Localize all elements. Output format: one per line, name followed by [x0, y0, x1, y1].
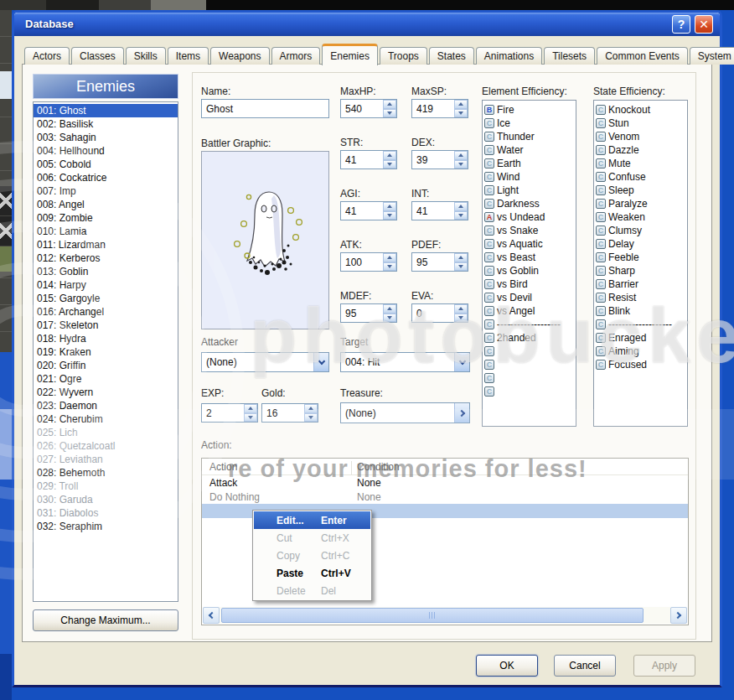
element-grade-badge[interactable]: C	[484, 226, 494, 236]
tab-armors[interactable]: Armors	[271, 47, 321, 65]
spin-up-button[interactable]	[383, 100, 396, 109]
apply-button[interactable]: Apply	[633, 655, 695, 677]
state-grade-badge[interactable]: C	[596, 118, 606, 128]
stat-spinner-int[interactable]: 41	[411, 201, 468, 220]
state-grade-badge[interactable]: C	[596, 266, 606, 276]
spin-up-button[interactable]	[454, 202, 468, 211]
spin-up-button[interactable]	[304, 404, 318, 413]
spin-up-button[interactable]	[383, 151, 396, 160]
enemy-list-item[interactable]: 002: Basilisk	[34, 117, 178, 131]
cancel-button[interactable]: Cancel	[554, 655, 616, 677]
context-menu-item-edit[interactable]: Edit...Enter	[254, 511, 370, 529]
attacker-select[interactable]: (None)	[201, 352, 329, 372]
enemy-list-item[interactable]: 028: Behemoth	[34, 466, 178, 480]
spin-up-button[interactable]	[383, 253, 396, 262]
element-grade-badge[interactable]: C	[484, 346, 494, 356]
state-row[interactable]: CResist	[596, 291, 687, 304]
battler-graphic-box[interactable]	[201, 151, 329, 329]
scroll-left-button[interactable]	[203, 607, 220, 624]
state-row[interactable]: CDelay	[596, 237, 687, 251]
element-row[interactable]: C	[484, 371, 576, 385]
element-row[interactable]: C	[484, 345, 576, 358]
enemy-list-item[interactable]: 025: Lich	[34, 426, 178, 439]
state-grade-badge[interactable]: C	[596, 226, 606, 236]
tab-common-events[interactable]: Common Events	[597, 47, 688, 65]
scroll-right-button[interactable]	[670, 607, 687, 624]
element-grade-badge[interactable]: C	[484, 333, 494, 343]
enemy-list-item[interactable]: 004: Hellhound	[34, 144, 178, 158]
element-row[interactable]: CLight	[484, 184, 576, 197]
context-menu-item-paste[interactable]: PasteCtrl+V	[254, 564, 370, 582]
spin-down-button[interactable]	[454, 211, 468, 220]
state-grade-badge[interactable]: C	[596, 185, 606, 195]
action-row[interactable]: AttackNone	[202, 475, 688, 490]
enemy-list-item[interactable]: 031: Diabolos	[34, 506, 178, 520]
state-grade-badge[interactable]: C	[596, 293, 606, 303]
treasure-select[interactable]: (None)	[340, 402, 470, 423]
spin-up-button[interactable]	[244, 404, 257, 413]
state-row[interactable]: C-------------------	[596, 318, 687, 331]
element-row[interactable]: CWater	[484, 143, 576, 157]
element-grade-badge[interactable]: A	[484, 212, 494, 222]
enemy-list-item[interactable]: 030: Garuda	[34, 493, 178, 506]
state-row[interactable]: CSharp	[596, 264, 687, 277]
state-row[interactable]: CBlink	[596, 304, 687, 318]
element-row[interactable]: C	[484, 385, 576, 398]
tab-weapons[interactable]: Weapons	[210, 47, 269, 65]
enemy-list-item[interactable]: 024: Cherubim	[34, 412, 178, 426]
spin-down-button[interactable]	[383, 109, 396, 118]
tab-enemies[interactable]: Enemies	[322, 44, 378, 65]
element-grade-badge[interactable]: C	[484, 306, 494, 316]
enemy-list-item[interactable]: 027: Leviathan	[34, 453, 178, 466]
state-grade-badge[interactable]: C	[596, 279, 606, 289]
enemy-list-item[interactable]: 014: Harpy	[34, 278, 178, 292]
enemy-list-item[interactable]: 020: Griffin	[34, 359, 178, 372]
spin-down-button[interactable]	[383, 211, 396, 220]
state-row[interactable]: CFeeble	[596, 251, 687, 264]
element-row[interactable]: Cvs Aquatic	[484, 237, 576, 251]
element-row[interactable]: Cvs Beast	[484, 251, 576, 264]
gold-spinner[interactable]: 16	[261, 403, 318, 423]
horizontal-scrollbar[interactable]	[203, 607, 687, 624]
enemy-list-item[interactable]: 026: Quetzalcoatl	[34, 439, 178, 453]
ok-button[interactable]: OK	[476, 655, 538, 677]
state-grade-badge[interactable]: C	[596, 212, 606, 222]
name-input[interactable]: Ghost	[201, 99, 329, 118]
stat-spinner-maxsp[interactable]: 419	[411, 99, 468, 118]
element-row[interactable]: Cvs Snake	[484, 224, 576, 237]
element-grade-badge[interactable]: C	[484, 185, 494, 195]
target-dropdown-button[interactable]	[454, 353, 469, 371]
spin-down-button[interactable]	[454, 262, 468, 272]
enemy-list[interactable]: 001: Ghost002: Basilisk003: Sahagin004: …	[33, 101, 178, 602]
spin-up-button[interactable]	[454, 253, 468, 262]
element-row[interactable]: C	[484, 358, 576, 371]
state-row[interactable]: CBarrier	[596, 277, 687, 291]
state-efficiency-list[interactable]: CKnockoutCStunCVenomCDazzleCMuteCConfuse…	[593, 100, 688, 427]
element-row[interactable]: Cvs Bird	[484, 277, 576, 291]
enemy-list-item[interactable]: 007: Imp	[34, 184, 178, 198]
element-grade-badge[interactable]: C	[484, 252, 494, 262]
state-row[interactable]: CWeaken	[596, 210, 687, 224]
enemy-list-item[interactable]: 010: Lamia	[34, 225, 178, 238]
close-button[interactable]: ✕	[695, 15, 713, 34]
stat-spinner-maxhp[interactable]: 540	[340, 99, 397, 118]
element-row[interactable]: CWind	[484, 170, 576, 184]
element-grade-badge[interactable]: C	[484, 266, 494, 276]
element-grade-badge[interactable]: C	[484, 158, 494, 169]
element-row[interactable]: CIce	[484, 117, 576, 130]
element-row[interactable]: Cvs Devil	[484, 291, 576, 304]
state-row[interactable]: CParalyze	[596, 197, 687, 210]
enemy-list-item[interactable]: 008: Angel	[34, 198, 178, 211]
stat-spinner-dex[interactable]: 39	[411, 150, 468, 169]
state-row[interactable]: CVenom	[596, 130, 687, 143]
element-row[interactable]: CDarkness	[484, 197, 576, 210]
state-grade-badge[interactable]: C	[596, 199, 606, 209]
state-row[interactable]: CFocused	[596, 358, 687, 371]
enemy-list-item[interactable]: 011: Lizardman	[34, 238, 178, 251]
tab-classes[interactable]: Classes	[71, 47, 124, 65]
enemy-list-item[interactable]: 001: Ghost	[34, 104, 178, 117]
spin-down-button[interactable]	[383, 262, 396, 272]
state-grade-badge[interactable]: C	[596, 158, 606, 169]
stat-spinner-eva[interactable]: 0	[411, 303, 468, 323]
state-grade-badge[interactable]: C	[596, 360, 606, 370]
